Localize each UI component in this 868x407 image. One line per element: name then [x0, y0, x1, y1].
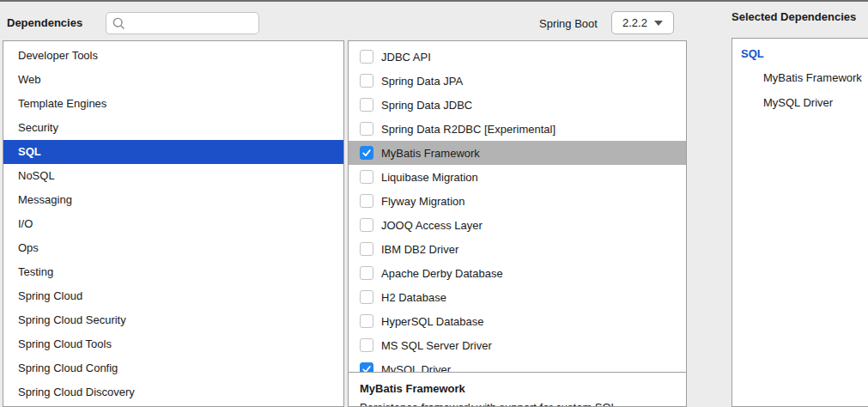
dependency-checkbox[interactable]: [360, 242, 373, 256]
category-item-label: Messaging: [18, 193, 72, 206]
selected-dependency-item: MyBatis Framework: [741, 71, 868, 84]
dependency-item-label: Spring Data R2DBC [Experimental]: [381, 123, 555, 136]
categories-panel: Developer Tools Web Template Engines Sec…: [3, 40, 344, 407]
dependency-item-label: Flyway Migration: [381, 195, 465, 208]
dependency-item-label: Spring Data JPA: [381, 75, 463, 88]
dependency-checkbox[interactable]: [360, 98, 373, 112]
category-item[interactable]: Template Engines: [3, 92, 343, 116]
category-item[interactable]: SQL: [3, 140, 343, 164]
dependency-item[interactable]: JOOQ Access Layer: [349, 213, 686, 237]
dependency-item-label: Liquibase Migration: [381, 171, 478, 184]
dependency-checkbox[interactable]: [360, 170, 373, 184]
dependency-item[interactable]: MS SQL Server Driver: [349, 333, 686, 357]
dependency-checkbox[interactable]: [360, 314, 373, 328]
category-item-label: SQL: [18, 145, 41, 158]
dependency-item[interactable]: Spring Data JPA: [349, 69, 686, 93]
category-item-label: Testing: [18, 265, 53, 278]
dependencies-panel: JDBC API Spring Data JPA Spring Data JDB…: [348, 40, 687, 407]
dependencies-list: JDBC API Spring Data JPA Spring Data JDB…: [349, 41, 686, 372]
category-item-label: Ops: [18, 241, 39, 254]
category-item-label: Template Engines: [18, 97, 106, 110]
dependency-checkbox[interactable]: [360, 74, 373, 88]
selected-items-list: MyBatis FrameworkMySQL Driver: [741, 71, 868, 109]
dependency-checkbox[interactable]: [360, 194, 373, 208]
dependency-item[interactable]: IBM DB2 Driver: [349, 237, 686, 261]
category-item[interactable]: NoSQL: [3, 164, 343, 188]
category-item-label: Security: [18, 121, 58, 134]
dependency-item-label: HyperSQL Database: [381, 315, 483, 328]
category-item[interactable]: Testing: [3, 260, 343, 284]
category-item[interactable]: Messaging: [3, 188, 343, 212]
dependency-item-label: H2 Database: [381, 291, 446, 304]
category-item[interactable]: Spring Cloud Config: [3, 356, 343, 380]
checkmark-icon: [361, 362, 373, 372]
dependency-item[interactable]: Spring Data R2DBC [Experimental]: [349, 117, 686, 141]
dependency-item[interactable]: HyperSQL Database: [349, 309, 686, 333]
selected-dependencies-panel: SQL MyBatis FrameworkMySQL Driver: [731, 38, 868, 407]
dependency-checkbox[interactable]: [360, 338, 373, 352]
dependency-item-label: MyBatis Framework: [381, 147, 480, 160]
category-item[interactable]: Security: [3, 116, 343, 140]
chevron-down-icon: [654, 21, 663, 26]
dependency-checkbox[interactable]: [360, 146, 373, 160]
dependency-item-label: Apache Derby Database: [381, 267, 503, 280]
category-item-label: Spring Cloud Discovery: [18, 386, 135, 398]
dependency-checkbox[interactable]: [360, 122, 373, 136]
category-item[interactable]: Developer Tools: [3, 44, 343, 68]
dependency-item-label: IBM DB2 Driver: [381, 243, 458, 256]
category-item-label: Developer Tools: [18, 49, 98, 62]
search-input[interactable]: [125, 13, 287, 33]
search-icon: [112, 17, 125, 30]
selected-dependency-item: MySQL Driver: [741, 96, 868, 109]
dependency-checkbox[interactable]: [360, 218, 373, 232]
category-item[interactable]: Spring Cloud Discovery: [3, 380, 343, 404]
dependency-description-text: Persistence framework with support for c…: [360, 401, 674, 407]
dependency-item[interactable]: H2 Database: [349, 285, 686, 309]
category-item[interactable]: I/O: [3, 212, 343, 236]
dependency-item[interactable]: Apache Derby Database: [349, 261, 686, 285]
dependency-item[interactable]: JDBC API: [349, 45, 686, 69]
window-top-divider: [0, 0, 868, 2]
search-box[interactable]: [106, 12, 259, 34]
dependency-item[interactable]: Flyway Migration: [349, 189, 686, 213]
dependency-item-label: JDBC API: [381, 51, 431, 64]
dependencies-label: Dependencies: [7, 16, 82, 29]
spring-boot-label: Spring Boot: [539, 17, 598, 30]
dependency-description-title: MyBatis Framework: [360, 382, 674, 395]
dependency-checkbox[interactable]: [360, 362, 373, 372]
category-item-label: Spring Cloud Tools: [18, 337, 112, 350]
spring-boot-version-dropdown[interactable]: 2.2.2: [611, 11, 674, 34]
selected-dependencies-title: Selected Dependencies: [731, 10, 856, 23]
dependency-checkbox[interactable]: [360, 50, 373, 64]
category-item-label: Web: [18, 73, 41, 86]
category-item[interactable]: Spring Cloud: [3, 284, 343, 308]
checkmark-icon: [361, 146, 373, 160]
category-item-label: NoSQL: [18, 169, 55, 182]
dependency-checkbox[interactable]: [360, 290, 373, 304]
dependency-item[interactable]: Liquibase Migration: [349, 165, 686, 189]
dependency-item-label: MS SQL Server Driver: [381, 339, 492, 352]
category-item[interactable]: Ops: [3, 236, 343, 260]
dependency-item[interactable]: Spring Data JDBC: [349, 93, 686, 117]
category-item[interactable]: Spring Cloud Tools: [3, 332, 343, 356]
selected-group-label: SQL: [741, 47, 868, 60]
dependency-checkbox[interactable]: [360, 266, 373, 280]
spring-boot-version-value: 2.2.2: [622, 16, 647, 29]
category-item-label: Spring Cloud: [18, 289, 82, 302]
dependency-item[interactable]: MyBatis Framework: [349, 141, 686, 165]
dependency-item-label: Spring Data JDBC: [381, 99, 472, 112]
dependency-description-pane: MyBatis Framework Persistence framework …: [349, 372, 686, 407]
category-item[interactable]: Spring Cloud Security: [3, 308, 343, 332]
dependency-item[interactable]: MySQL Driver: [349, 357, 686, 372]
category-item-label: Spring Cloud Security: [18, 313, 126, 326]
dependency-item-label: MySQL Driver: [381, 363, 451, 373]
category-item-label: Spring Cloud Config: [18, 361, 118, 374]
category-item[interactable]: Web: [3, 68, 343, 92]
category-item-label: I/O: [18, 217, 33, 230]
dependency-item-label: JOOQ Access Layer: [381, 219, 483, 232]
